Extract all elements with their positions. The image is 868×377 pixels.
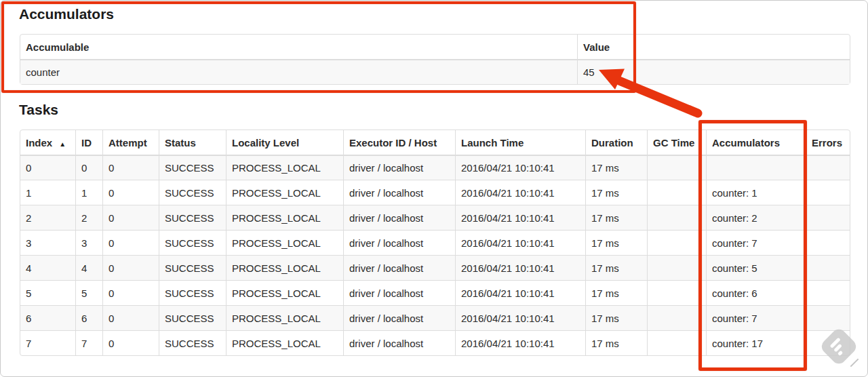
cell-attempt: 0 <box>102 180 159 205</box>
cell-launch-time: 2016/04/21 10:10:41 <box>455 205 585 230</box>
col-header-locality-level[interactable]: Locality Level <box>226 130 343 155</box>
cell-index: 0 <box>20 155 75 180</box>
cell-launch-time: 2016/04/21 10:10:41 <box>455 255 585 280</box>
cell-status: SUCCESS <box>159 255 226 280</box>
col-header-index[interactable]: Index▲ <box>20 130 75 155</box>
table-row: 3 3 0 SUCCESS PROCESS_LOCAL driver / loc… <box>20 230 850 255</box>
cell-launch-time: 2016/04/21 10:10:41 <box>455 280 585 305</box>
cell-errors <box>806 280 850 305</box>
cell-accumulators: counter: 2 <box>706 205 806 230</box>
cell-id: 2 <box>75 205 102 230</box>
cell-attempt: 0 <box>102 330 159 355</box>
cell-locality-level: PROCESS_LOCAL <box>226 205 343 230</box>
col-header-attempt[interactable]: Attempt <box>102 130 159 155</box>
table-row: counter 45 <box>20 59 850 84</box>
col-header-executor-id-host[interactable]: Executor ID / Host <box>343 130 455 155</box>
cell-executor: driver / localhost <box>343 155 455 180</box>
table-row: 5 5 0 SUCCESS PROCESS_LOCAL driver / loc… <box>20 280 850 305</box>
cell-duration: 17 ms <box>585 330 647 355</box>
cell-executor: driver / localhost <box>343 180 455 205</box>
accumulators-section-title: Accumulators <box>19 6 114 22</box>
watermark-stripe <box>837 351 843 356</box>
cell-launch-time: 2016/04/21 10:10:41 <box>455 230 585 255</box>
resize-handle-tick <box>850 359 859 368</box>
col-header-duration[interactable]: Duration <box>585 130 647 155</box>
cell-accumulators: counter: 6 <box>706 280 806 305</box>
cell-index: 7 <box>20 330 75 355</box>
cell-duration: 17 ms <box>585 255 647 280</box>
cell-launch-time: 2016/04/21 10:10:41 <box>455 305 585 330</box>
cell-attempt: 0 <box>102 155 159 180</box>
cell-id: 1 <box>75 180 102 205</box>
table-header-row: Accumulable Value <box>20 35 850 59</box>
cell-attempt: 0 <box>102 205 159 230</box>
cell-status: SUCCESS <box>159 280 226 305</box>
cell-gc-time <box>647 155 706 180</box>
cell-attempt: 0 <box>102 255 159 280</box>
accumulable-table: Accumulable Value counter 45 <box>20 34 850 85</box>
cell-executor: driver / localhost <box>343 280 455 305</box>
col-header-gc-time[interactable]: GC Time <box>647 130 706 155</box>
cell-accumulators: counter: 1 <box>706 180 806 205</box>
col-header-id[interactable]: ID <box>75 130 102 155</box>
cell-executor: driver / localhost <box>343 205 455 230</box>
cell-gc-time <box>647 305 706 330</box>
cell-locality-level: PROCESS_LOCAL <box>226 155 343 180</box>
col-header-status[interactable]: Status <box>159 130 226 155</box>
cell-attempt: 0 <box>102 230 159 255</box>
cell-errors <box>806 205 850 230</box>
cell-gc-time <box>647 180 706 205</box>
cell-index: 2 <box>20 205 75 230</box>
cell-id: 6 <box>75 305 102 330</box>
col-header-accumulable[interactable]: Accumulable <box>20 35 577 59</box>
table-row: 4 4 0 SUCCESS PROCESS_LOCAL driver / loc… <box>20 255 850 280</box>
cell-status: SUCCESS <box>159 330 226 355</box>
cell-executor: driver / localhost <box>343 305 455 330</box>
cell-duration: 17 ms <box>585 180 647 205</box>
cell-executor: driver / localhost <box>343 330 455 355</box>
table-row: 7 7 0 SUCCESS PROCESS_LOCAL driver / loc… <box>20 330 850 355</box>
cell-launch-time: 2016/04/21 10:10:41 <box>455 155 585 180</box>
cell-locality-level: PROCESS_LOCAL <box>226 305 343 330</box>
cell-status: SUCCESS <box>159 205 226 230</box>
cell-launch-time: 2016/04/21 10:10:41 <box>455 180 585 205</box>
col-header-errors[interactable]: Errors <box>806 130 850 155</box>
cell-accumulators: counter: 7 <box>706 305 806 330</box>
cell-duration: 17 ms <box>585 230 647 255</box>
cell-errors <box>806 230 850 255</box>
table-row: 1 1 0 SUCCESS PROCESS_LOCAL driver / loc… <box>20 180 850 205</box>
cell-gc-time <box>647 205 706 230</box>
cell-duration: 17 ms <box>585 280 647 305</box>
col-header-accumulators[interactable]: Accumulators <box>706 130 806 155</box>
tasks-section-title: Tasks <box>19 102 58 118</box>
cell-attempt: 0 <box>102 305 159 330</box>
tasks-table: Index▲ ID Attempt Status Locality Level … <box>20 130 850 356</box>
cell-index: 4 <box>20 255 75 280</box>
cell-accumulators: counter: 7 <box>706 230 806 255</box>
cell-accumulators <box>706 155 806 180</box>
cell-gc-time <box>647 255 706 280</box>
cell-launch-time: 2016/04/21 10:10:41 <box>455 330 585 355</box>
cell-locality-level: PROCESS_LOCAL <box>226 180 343 205</box>
cell-accumulators: counter: 5 <box>706 255 806 280</box>
cell-gc-time <box>647 330 706 355</box>
cell-executor: driver / localhost <box>343 255 455 280</box>
cell-status: SUCCESS <box>159 230 226 255</box>
cell-value: 45 <box>577 59 850 84</box>
cell-locality-level: PROCESS_LOCAL <box>226 280 343 305</box>
cell-status: SUCCESS <box>159 305 226 330</box>
col-header-index-label: Index <box>26 137 52 148</box>
cell-gc-time <box>647 230 706 255</box>
cell-id: 7 <box>75 330 102 355</box>
cell-id: 5 <box>75 280 102 305</box>
cell-duration: 17 ms <box>585 205 647 230</box>
cell-accumulators: counter: 17 <box>706 330 806 355</box>
cell-errors <box>806 305 850 330</box>
col-header-launch-time[interactable]: Launch Time <box>455 130 585 155</box>
cell-duration: 17 ms <box>585 155 647 180</box>
cell-id: 0 <box>75 155 102 180</box>
cell-errors <box>806 155 850 180</box>
cell-accumulable: counter <box>20 59 577 84</box>
col-header-value[interactable]: Value <box>577 35 850 59</box>
cell-index: 1 <box>20 180 75 205</box>
